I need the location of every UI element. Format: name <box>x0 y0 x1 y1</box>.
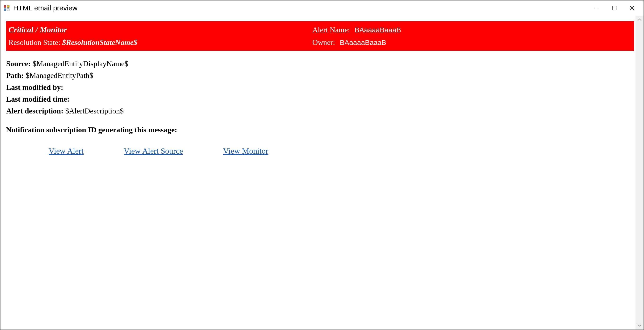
vertical-scrollbar[interactable] <box>636 16 644 329</box>
app-icon <box>4 5 10 11</box>
alert-description-value: $AlertDescription$ <box>66 107 124 115</box>
view-alert-source-link[interactable]: View Alert Source <box>124 145 183 157</box>
owner-value: BAaaaaBaaaB <box>340 37 632 48</box>
alert-banner: Critical / Monitor Alert Name: BAaaaaBaa… <box>6 21 634 51</box>
severity-source: Critical / Monitor <box>8 24 308 36</box>
minimize-button[interactable] <box>587 1 605 16</box>
resolution-state-value: $ResolutionStateName$ <box>62 38 138 47</box>
close-button[interactable] <box>623 1 641 16</box>
path-label: Path: <box>6 71 24 80</box>
action-links: View Alert View Alert Source View Monito… <box>6 145 634 157</box>
path-value: $ManagedEntityPath$ <box>26 71 93 80</box>
source-value: $ManagedEntityDisplayName$ <box>32 59 128 68</box>
maximize-button[interactable] <box>605 1 623 16</box>
detail-alert-description: Alert description: $AlertDescription$ <box>6 105 634 116</box>
svg-rect-1 <box>612 6 616 10</box>
source-label: Source: <box>6 59 31 68</box>
window-title: HTML email preview <box>13 4 78 12</box>
detail-path: Path: $ManagedEntityPath$ <box>6 70 634 81</box>
view-alert-link[interactable]: View Alert <box>49 145 84 157</box>
owner-label: Owner: <box>312 37 335 48</box>
email-preview-body: Critical / Monitor Alert Name: BAaaaaBaa… <box>0 16 636 329</box>
scrollbar-down-arrow-icon[interactable] <box>636 321 644 329</box>
alert-name-label: Alert Name: <box>312 24 350 36</box>
detail-last-modified-by: Last modified by: <box>6 82 634 93</box>
detail-source: Source: $ManagedEntityDisplayName$ <box>6 58 634 69</box>
scrollbar-up-arrow-icon[interactable] <box>636 16 644 24</box>
view-monitor-link[interactable]: View Monitor <box>223 145 268 157</box>
client-area: Critical / Monitor Alert Name: BAaaaaBaa… <box>0 16 644 329</box>
detail-last-modified-time: Last modified time: <box>6 93 634 105</box>
detail-subscription-id: Notification subscription ID generating … <box>6 124 634 135</box>
last-modified-by-label: Last modified by: <box>6 83 63 91</box>
last-modified-time-label: Last modified time: <box>6 95 70 103</box>
title-bar[interactable]: HTML email preview <box>0 1 644 16</box>
alert-details: Source: $ManagedEntityDisplayName$ Path:… <box>6 58 634 135</box>
alert-description-label: Alert description: <box>6 107 64 115</box>
window-frame: HTML email preview Critical / Monitor Al… <box>0 0 644 330</box>
alert-name-value: BAaaaaBaaaB <box>354 25 632 35</box>
subscription-id-label: Notification subscription ID generating … <box>6 125 177 134</box>
resolution-state-label: Resolution State: <box>8 38 60 47</box>
